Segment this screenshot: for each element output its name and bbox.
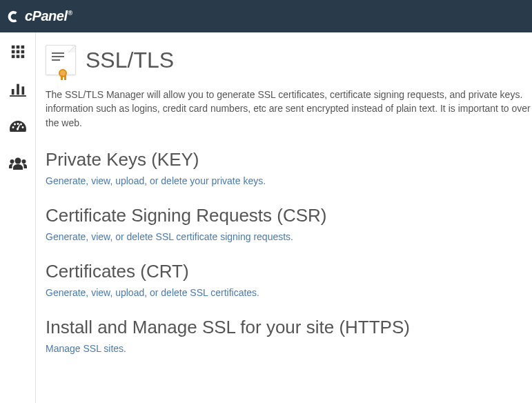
ssl-certificate-icon [46,45,76,75]
sidebar-item-users[interactable] [0,151,36,176]
section-title: Install and Manage SSL for your site (HT… [46,317,532,338]
private-keys-link[interactable]: Generate, view, upload, or delete your p… [46,175,266,186]
section-install-ssl: Install and Manage SSL for your site (HT… [46,317,532,355]
main-content: SSL/TLS The SSL/TLS Manager will allow y… [36,32,532,403]
svg-rect-5 [21,50,24,54]
section-private-keys: Private Keys (KEY) Generate, view, uploa… [46,149,532,187]
page-header: SSL/TLS [46,45,532,75]
sidebar-item-stats[interactable] [0,77,36,101]
sidebar-item-dashboard[interactable] [0,114,36,139]
section-title: Private Keys (KEY) [46,149,532,170]
page-title: SSL/TLS [86,48,174,73]
sidebar [0,32,36,403]
svg-rect-6 [11,55,14,59]
sidebar-item-grid[interactable] [0,39,36,64]
svg-rect-4 [16,50,19,54]
svg-rect-12 [21,86,24,95]
csr-link[interactable]: Generate, view, or delete SSL certificat… [46,231,293,242]
svg-point-14 [10,159,14,164]
section-csr: Certificate Signing Requests (CSR) Gener… [46,205,532,243]
svg-rect-7 [16,55,19,59]
svg-rect-9 [10,95,26,97]
svg-point-13 [14,158,21,164]
brand-logo[interactable]: cPanel® [7,8,72,24]
cpanel-icon [7,10,21,23]
gauge-icon [9,119,27,134]
svg-rect-0 [11,46,14,49]
svg-rect-2 [21,46,24,49]
svg-rect-3 [11,50,14,54]
svg-rect-8 [21,55,24,59]
svg-rect-11 [17,84,19,95]
svg-rect-1 [16,46,19,49]
section-title: Certificates (CRT) [46,261,532,282]
users-icon [8,157,28,170]
svg-rect-10 [11,89,14,95]
top-header: cPanel® [0,0,532,32]
brand-text: cPanel® [25,8,72,24]
crt-link[interactable]: Generate, view, upload, or delete SSL ce… [46,287,259,298]
grid-icon [10,44,26,59]
bar-chart-icon [10,81,26,97]
manage-ssl-link[interactable]: Manage SSL sites. [46,343,126,354]
body: SSL/TLS The SSL/TLS Manager will allow y… [0,32,532,403]
section-title: Certificate Signing Requests (CSR) [46,205,532,226]
page-description: The SSL/TLS Manager will allow you to ge… [46,88,532,130]
section-crt: Certificates (CRT) Generate, view, uploa… [46,261,532,299]
svg-point-15 [21,159,26,164]
